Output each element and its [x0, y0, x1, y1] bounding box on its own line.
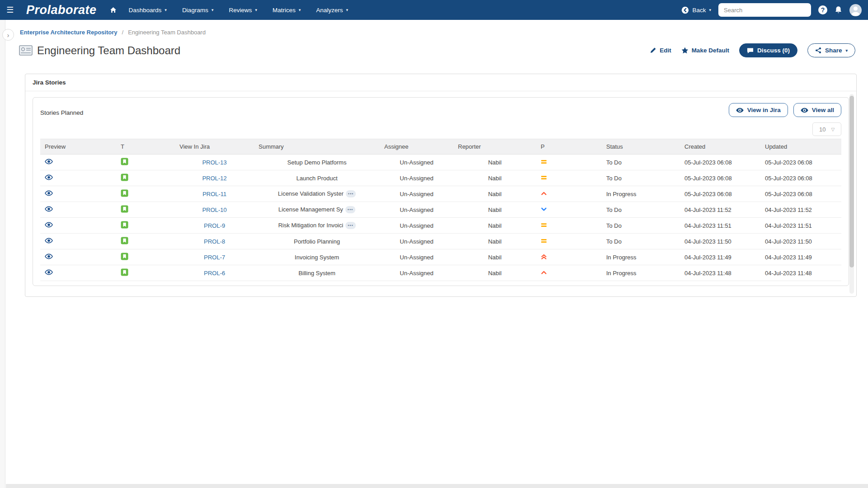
jira-table-container: Preview T View In Jira Summary Assignee …	[40, 139, 841, 284]
widget-title: Stories Planned	[40, 103, 83, 116]
col-preview: Preview	[40, 139, 116, 155]
assignee-cell: Un-Assigned	[380, 170, 453, 186]
summary-ellipsis-chip[interactable]: •••	[345, 206, 355, 213]
help-icon[interactable]: ?	[818, 5, 827, 14]
jira-key-link[interactable]: PROL-13	[202, 159, 226, 166]
created-cell: 18-May-2022 16:42	[680, 281, 760, 285]
created-cell: 05-Jul-2023 06:08	[680, 155, 760, 170]
story-type-icon	[121, 268, 128, 276]
sidebar-expand-button[interactable]: ›	[2, 29, 14, 41]
updated-cell: 04-Jul-2023 11:50	[760, 234, 841, 249]
view-buttons: View in Jira View all	[729, 103, 841, 117]
assignee-cell: Un-Assigned	[380, 186, 453, 202]
title-row: Engineering Team Dashboard Edit Make Def…	[19, 43, 855, 57]
summary-text: Portfolio Planning	[294, 238, 340, 245]
panel-vertical-scrollbar[interactable]	[849, 94, 854, 294]
table-row: PROL-11License Validation Syster•••Un-As…	[40, 186, 841, 202]
hamburger-menu-icon[interactable]: ☰	[6, 5, 20, 15]
title-actions: Edit Make Default Discuss (0) Share ▾	[650, 43, 855, 57]
notifications-bell-icon[interactable]	[835, 6, 842, 14]
page-size-value: 10	[819, 126, 826, 133]
page-horizontal-scrollbar[interactable]	[6, 484, 868, 488]
story-type-icon	[121, 237, 128, 244]
star-icon	[681, 47, 689, 54]
created-cell: 04-Jul-2023 11:50	[680, 234, 760, 249]
priority-high-icon	[541, 190, 547, 197]
nav-item-reviews[interactable]: Reviews ▾	[229, 7, 257, 14]
priority-medium-icon	[541, 222, 547, 228]
table-row: PROL-9Risk Mitigation for Invoici•••Un-A…	[40, 218, 841, 234]
share-button[interactable]: Share ▾	[807, 43, 855, 57]
status-cell: To Do	[602, 155, 680, 170]
discuss-button[interactable]: Discuss (0)	[739, 43, 797, 57]
view-in-jira-button[interactable]: View in Jira	[729, 103, 788, 117]
breadcrumb-separator: /	[122, 29, 124, 36]
assignee-cell: Un-Assigned	[380, 155, 453, 170]
chevron-down-icon: ▾	[346, 8, 349, 12]
pencil-icon	[650, 47, 656, 54]
view-all-button[interactable]: View all	[793, 103, 841, 117]
jira-key-link[interactable]: PROL-9	[204, 222, 225, 229]
jira-key-link[interactable]: PROL-7	[204, 254, 225, 261]
view-in-jira-label: View in Jira	[747, 107, 781, 113]
home-icon[interactable]	[109, 6, 117, 14]
preview-eye-icon[interactable]	[45, 253, 53, 259]
summary-text: Launch Product	[296, 175, 337, 182]
preview-eye-icon[interactable]	[45, 222, 53, 228]
jira-key-link[interactable]: PROL-10	[202, 206, 226, 213]
jira-key-link[interactable]: PROL-12	[202, 175, 226, 182]
story-type-icon	[121, 189, 128, 197]
jira-table-body: PROL-13Setup Demo PlatformsUn-AssignedNa…	[40, 155, 841, 285]
reporter-cell: Nabil	[453, 155, 536, 170]
preview-eye-icon[interactable]	[45, 269, 53, 275]
page-title: Engineering Team Dashboard	[19, 44, 180, 57]
summary-text: Risk Mitigation for Invoici	[278, 222, 343, 229]
preview-eye-icon[interactable]	[45, 238, 53, 244]
table-row: PROL-12Launch ProductUn-AssignedNabilTo …	[40, 170, 841, 186]
nav-item-analyzers[interactable]: Analyzers ▾	[316, 7, 348, 14]
reporter-cell: Nabil	[453, 170, 536, 186]
make-default-button[interactable]: Make Default	[681, 47, 729, 54]
back-button[interactable]: Back ▾	[681, 6, 711, 14]
reporter-cell: Nabil	[453, 186, 536, 202]
preview-eye-icon[interactable]	[45, 159, 53, 164]
created-cell: 05-Jul-2023 06:08	[680, 186, 760, 202]
priority-medium-icon	[541, 238, 547, 244]
priority-medium-icon	[541, 174, 547, 181]
story-type-icon	[121, 174, 128, 181]
jira-stories-table: Preview T View In Jira Summary Assignee …	[40, 139, 841, 284]
assignee-cell: Un-Assigned	[380, 249, 453, 265]
updated-cell: 04-Jul-2023 11:49	[760, 249, 841, 265]
summary-ellipsis-chip[interactable]: •••	[346, 190, 356, 197]
breadcrumb: Enterprise Architecture Repository / Eng…	[20, 29, 206, 36]
assignee-cell: Un-Assigned	[380, 265, 453, 281]
jira-key-link[interactable]: PROL-11	[203, 191, 226, 197]
nav-item-dashboards[interactable]: Dashboards ▾	[129, 7, 167, 14]
nav-item-diagrams[interactable]: Diagrams ▾	[182, 7, 213, 14]
created-cell: 04-Jul-2023 11:51	[680, 218, 760, 234]
jira-key-link[interactable]: PROL-6	[204, 270, 225, 277]
priority-highest-icon	[541, 253, 547, 260]
preview-eye-icon[interactable]	[45, 174, 53, 180]
summary-text: License Validation Syster	[278, 190, 344, 197]
status-cell: To Do	[602, 234, 680, 249]
preview-eye-icon[interactable]	[45, 190, 53, 196]
edit-button[interactable]: Edit	[650, 47, 671, 54]
created-cell: 04-Jul-2023 11:52	[680, 202, 760, 218]
preview-eye-icon[interactable]	[45, 206, 53, 212]
nav-item-matrices[interactable]: Matrices ▾	[273, 7, 301, 14]
reporter-cell: Nabil	[453, 281, 536, 285]
user-avatar[interactable]	[849, 4, 862, 16]
jira-key-link[interactable]: PROL-8	[204, 238, 225, 245]
summary-ellipsis-chip[interactable]: •••	[345, 222, 355, 229]
scrollbar-thumb[interactable]	[849, 96, 854, 267]
col-view-in-jira: View In Jira	[175, 139, 254, 155]
page-size-select[interactable]: 10 ▽	[812, 122, 841, 136]
search-input[interactable]	[723, 6, 804, 14]
widget-toolbar-right: View in Jira View all 10 ▽	[729, 103, 841, 136]
brand-logo[interactable]: Prolaborate	[26, 3, 97, 17]
story-type-icon	[121, 221, 128, 229]
breadcrumb-root-link[interactable]: Enterprise Architecture Repository	[20, 29, 118, 36]
page-title-text: Engineering Team Dashboard	[37, 44, 180, 57]
dashboard-icon	[19, 45, 33, 56]
